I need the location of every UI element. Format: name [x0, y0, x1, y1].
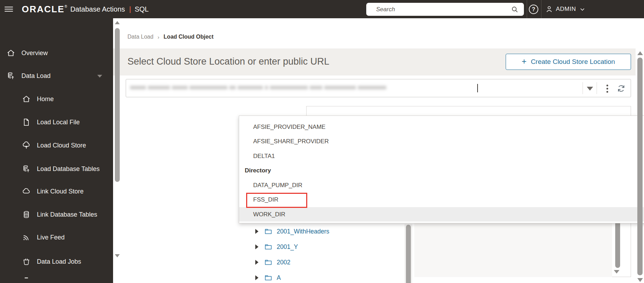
dropdown-item-work_dir[interactable]: WORK_DIR	[239, 207, 644, 222]
dropdown-item-label: AFSIE_PROVIDER_NAME	[253, 124, 326, 131]
sidebar-item-label: Overview	[21, 50, 48, 57]
sidebar-item-load-local-file[interactable]: Load Local File	[0, 117, 113, 127]
sidebar-item-label: Load Local File	[37, 119, 80, 126]
search-input[interactable]	[366, 6, 511, 13]
location-dropdown-list: AFSIE_PROVIDER_NAMEAFSIE_SHARE_PROVIDERD…	[239, 116, 644, 223]
hamburger-menu-icon[interactable]	[5, 5, 13, 13]
sidebar-item-label: Live Feed	[37, 234, 65, 241]
dropdown-item-data_pump_dir[interactable]: DATA_PUMP_DIR	[239, 178, 644, 192]
dropdown-item-fss_dir[interactable]: FSS_DIR	[239, 193, 644, 207]
dropdown-item-delta1[interactable]: DELTA1	[239, 149, 644, 163]
dropdown-item-directory: Directory	[239, 164, 644, 178]
top-bar: ORACLE® Database Actions | SQL ? ADMIN	[0, 0, 644, 18]
dropdown-item-afsie_provider_name[interactable]: AFSIE_PROVIDER_NAME	[239, 120, 644, 134]
tree-scrollbar-thumb[interactable]	[406, 225, 411, 283]
oracle-logo: ORACLE	[22, 4, 65, 15]
sidebar-item-label: Data Load	[21, 72, 51, 80]
registered-mark: ®	[65, 5, 67, 8]
sidebar-item-link-database-tables[interactable]: Link Database Tables	[0, 209, 113, 220]
basket-icon	[22, 257, 31, 266]
user-name: ADMIN	[556, 6, 576, 13]
topbar-divider	[527, 0, 527, 18]
sidebar-collapse-button[interactable]: «	[4, 282, 9, 283]
tree-row-2001_withheaders[interactable]: 2001_WithHeaders	[239, 224, 407, 239]
expand-arrow-icon[interactable]	[255, 229, 258, 234]
breadcrumb-separator: ›	[158, 34, 159, 40]
combobox-divider	[597, 82, 597, 94]
folder-label[interactable]: 2002	[277, 259, 290, 266]
tree-row-a[interactable]: A	[239, 270, 407, 283]
sidebar-item-live-feed[interactable]: Live Feed	[0, 232, 113, 243]
folder-label[interactable]: 2001_Y	[277, 243, 298, 251]
tree-row-2002[interactable]: 2002	[239, 255, 407, 270]
context-name: SQL	[134, 5, 149, 13]
search-box	[366, 3, 524, 16]
sidebar-item-label: Load Database Tables	[37, 165, 100, 173]
file-icon	[22, 118, 31, 127]
search-icon[interactable]	[511, 5, 519, 14]
sidebar-item-data-load-jobs[interactable]: Data Load Jobs	[0, 256, 113, 267]
sidebar-item-load-database-tables[interactable]: Load Database Tables	[0, 164, 113, 174]
refresh-icon[interactable]	[616, 84, 626, 93]
expand-arrow-icon[interactable]	[255, 260, 258, 265]
brand-divider: |	[129, 5, 131, 13]
brand: ORACLE® Database Actions | SQL	[22, 0, 149, 18]
expand-arrow-icon[interactable]	[255, 275, 258, 280]
sidebar-nav: OverviewData LoadHomeLoad Local FileLoad…	[0, 18, 113, 283]
sidebar-item-label: Load Cloud Store	[37, 142, 86, 149]
window-scrollbar-thumb[interactable]	[637, 58, 643, 275]
feed-icon	[22, 233, 31, 242]
sidebar-item-load-cloud-store[interactable]: Load Cloud Store	[0, 140, 113, 151]
dropdown-item-label: Directory	[245, 167, 271, 174]
expand-arrow-icon[interactable]	[255, 244, 258, 249]
sidebar-item-data-load[interactable]: Data Load	[0, 71, 113, 81]
user-menu[interactable]: ADMIN	[545, 0, 585, 18]
sidebar-item-link-cloud-store[interactable]: Link Cloud Store	[0, 186, 113, 197]
page-header-band: Select Cloud Store Location or enter pub…	[113, 48, 636, 75]
sidebar-item-overview[interactable]: Overview	[0, 48, 113, 58]
text-caret	[477, 84, 478, 92]
folder-icon	[264, 227, 272, 236]
database-upload-icon	[6, 71, 15, 80]
cloud-store-location-combobox[interactable]: xxxxx xxxxxxx xxxxx xxxxxxxxxxxx xx xxxx…	[126, 79, 631, 97]
help-icon[interactable]: ?	[529, 5, 538, 14]
create-cloud-store-location-button[interactable]: + Create Cloud Store Location	[506, 54, 631, 70]
database-icon	[22, 210, 31, 219]
database-upload-icon	[22, 164, 31, 173]
job-panel-scroll-down-icon[interactable]	[614, 270, 619, 274]
home-icon	[22, 94, 31, 104]
window-scroll-up-icon[interactable]	[637, 51, 643, 55]
dropdown-arrow-icon[interactable]	[587, 87, 593, 91]
page-title: Select Cloud Store Location or enter pub…	[127, 56, 329, 67]
sidebar-scroll-up-icon[interactable]	[115, 21, 120, 24]
sidebar-item-home[interactable]: Home	[0, 94, 113, 104]
sidebar-item-label: Link Cloud Store	[37, 188, 84, 195]
user-icon	[545, 5, 553, 13]
folder-icon	[264, 243, 272, 251]
sidebar-scrollbar-thumb[interactable]	[115, 28, 120, 182]
window-scroll-down-icon[interactable]	[637, 278, 643, 282]
chevron-down-icon[interactable]	[97, 75, 102, 78]
kebab-menu-icon[interactable]	[603, 83, 611, 94]
create-button-label: Create Cloud Store Location	[531, 58, 615, 66]
help-glyph: ?	[532, 6, 535, 13]
chevron-down-icon	[579, 6, 585, 12]
sidebar-item-partial	[25, 277, 28, 278]
breadcrumb-parent[interactable]: Data Load	[127, 34, 153, 40]
sidebar-item-label: Link Database Tables	[37, 211, 97, 218]
product-name: Database Actions	[70, 5, 125, 13]
dropdown-item-afsie_share_provider[interactable]: AFSIE_SHARE_PROVIDER	[239, 134, 644, 149]
folder-icon	[264, 258, 272, 266]
home-icon	[6, 48, 15, 58]
dropdown-item-label: DATA_PUMP_DIR	[253, 182, 302, 189]
tree-row-2001_y[interactable]: 2001_Y	[239, 239, 407, 255]
sidebar-scroll-down-icon[interactable]	[115, 254, 120, 257]
dropdown-item-label: DELTA1	[253, 153, 275, 160]
main-content: Data Load › Load Cloud Object Select Clo…	[113, 18, 644, 283]
dropdown-item-label: AFSIE_SHARE_PROVIDER	[253, 138, 329, 145]
folder-label[interactable]: 2001_WithHeaders	[277, 228, 329, 235]
combobox-divider	[583, 82, 583, 94]
topbar-divider	[541, 0, 541, 18]
folder-label[interactable]: A	[277, 274, 281, 282]
dropdown-item-label: FSS_DIR	[253, 196, 278, 203]
